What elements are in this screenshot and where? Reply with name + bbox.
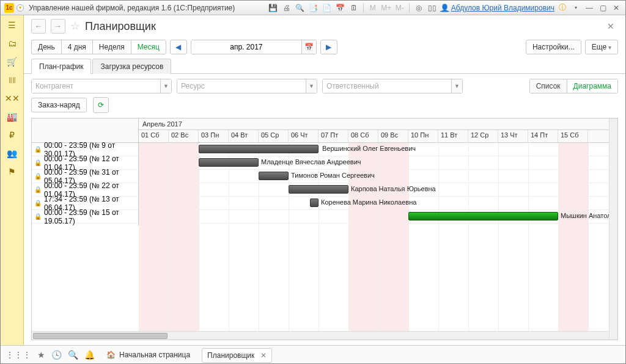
print-icon[interactable]: 🖨 bbox=[281, 2, 292, 13]
search-icon[interactable]: 🔍 bbox=[68, 350, 78, 360]
home-icon: 🏠 bbox=[106, 351, 116, 359]
menu-icon[interactable]: ☰ bbox=[6, 19, 18, 31]
gantt-day-header: 12 Ср bbox=[468, 130, 498, 142]
bell-icon[interactable]: 🔔 bbox=[84, 350, 95, 360]
target-icon[interactable]: ◎ bbox=[413, 2, 424, 13]
app-menu-dropdown[interactable]: ▾ bbox=[17, 4, 24, 12]
m-plus-icon[interactable]: M+ bbox=[381, 2, 392, 13]
preview-icon[interactable]: 🔍 bbox=[295, 2, 306, 13]
factory-icon[interactable]: 🏭 bbox=[6, 111, 18, 123]
gantt-bar[interactable] bbox=[199, 158, 259, 167]
app-logo-icon: 1c bbox=[4, 3, 14, 13]
lock-icon: 🔒 bbox=[34, 213, 42, 220]
taskbar-planner-tab[interactable]: Планировщик ✕ bbox=[202, 348, 272, 363]
gantt-bar-label: Младенце Вячеслав Андреевич bbox=[261, 158, 361, 166]
scrollbar-vertical[interactable] bbox=[609, 118, 617, 340]
period-field[interactable]: апр. 2017 📅 bbox=[191, 40, 317, 54]
people-icon[interactable]: 👥 bbox=[6, 147, 18, 159]
apps-icon[interactable]: ⋮⋮⋮ bbox=[6, 350, 31, 360]
view-toggle: Список Диаграмма bbox=[529, 79, 618, 93]
info-icon[interactable]: ⓘ bbox=[557, 2, 568, 13]
money-icon[interactable]: ₽ bbox=[6, 129, 18, 141]
nav-forward-button[interactable]: → bbox=[51, 19, 65, 34]
scrollbar-horizontal[interactable] bbox=[32, 331, 609, 340]
view-list-button[interactable]: Список bbox=[530, 79, 567, 93]
lock-icon: 🔒 bbox=[34, 200, 42, 206]
scrollbar-thumb[interactable] bbox=[33, 333, 168, 339]
gantt-bar[interactable] bbox=[408, 212, 558, 220]
responsible-combo[interactable]: ▼ bbox=[322, 79, 463, 93]
period-day-button[interactable]: День bbox=[31, 40, 61, 54]
dropdown-icon[interactable]: ▾ bbox=[570, 2, 581, 13]
calendar-icon[interactable]: 📅 bbox=[335, 2, 346, 13]
gantt-day-header: 07 Пт bbox=[319, 130, 348, 142]
close-window-icon[interactable]: ✕ bbox=[611, 2, 622, 13]
period-4days-button[interactable]: 4 дня bbox=[61, 40, 92, 54]
current-user[interactable]: 👤Абдулов Юрий Владимирович bbox=[440, 4, 554, 12]
period-group: День 4 дня Неделя Месяц bbox=[31, 40, 166, 54]
gantt-row[interactable]: 🔒00:00 - 23:59 (№ 15 от 19.05.17)Мышкин … bbox=[32, 210, 617, 224]
close-page-icon[interactable]: ✕ bbox=[603, 20, 618, 32]
counterparty-input[interactable] bbox=[32, 79, 160, 93]
calendar-picker-icon[interactable]: 📅 bbox=[301, 40, 316, 54]
flag-icon[interactable]: ⚑ bbox=[6, 166, 18, 178]
gantt-day-header: 11 Вт bbox=[438, 130, 468, 142]
taskbar-planner-label: Планировщик bbox=[207, 351, 254, 360]
tools-icon[interactable]: ✕✕ bbox=[6, 92, 18, 104]
calculator-icon[interactable]: 🗓 bbox=[348, 2, 359, 13]
tab-load[interactable]: Загрузка ресурсов bbox=[92, 59, 171, 74]
m-minus-icon[interactable]: M- bbox=[394, 2, 405, 13]
resource-input[interactable] bbox=[177, 79, 306, 93]
refresh-button[interactable]: ⟳ bbox=[93, 97, 109, 113]
nav-back-button[interactable]: ← bbox=[31, 19, 46, 34]
filter-row: ▼ ▼ ▼ Список Диаграмма bbox=[24, 74, 625, 97]
responsible-input[interactable] bbox=[323, 79, 451, 93]
maximize-icon[interactable]: ▢ bbox=[597, 2, 608, 13]
gantt-day-header: 15 Сб bbox=[558, 130, 588, 142]
panels-icon[interactable]: ▯▯ bbox=[427, 2, 438, 13]
gantt-bar[interactable] bbox=[310, 198, 319, 207]
save-icon[interactable]: 💾 bbox=[268, 2, 279, 13]
star-icon[interactable]: ★ bbox=[37, 350, 45, 360]
lock-icon: 🔒 bbox=[34, 173, 42, 180]
gantt-bar[interactable] bbox=[289, 185, 348, 194]
gantt-body[interactable]: 🔒00:00 - 23:59 (№ 9 от 30.01.17)Вершинск… bbox=[32, 143, 617, 333]
history-icon[interactable]: 🕓 bbox=[51, 350, 62, 360]
next-period-button[interactable]: ▶ bbox=[320, 40, 337, 54]
view-chart-button[interactable]: Диаграмма bbox=[567, 79, 617, 93]
prev-period-button[interactable]: ◀ bbox=[170, 40, 187, 54]
tab-plan[interactable]: План-график bbox=[31, 59, 91, 74]
period-month-button[interactable]: Месяц bbox=[131, 40, 166, 54]
order-button[interactable]: Заказ-наряд bbox=[31, 98, 87, 112]
counterparty-combo[interactable]: ▼ bbox=[31, 79, 172, 93]
taskbar-home[interactable]: 🏠 Начальная страница bbox=[101, 348, 196, 362]
copy-icon[interactable]: 📄 bbox=[322, 2, 333, 13]
sections-panel: ☰ 🗂 🛒 ⦀⦀ ✕✕ 🏭 ₽ 👥 ⚑ bbox=[1, 15, 24, 345]
contacts-icon[interactable]: 🗂 bbox=[6, 37, 18, 49]
m-icon[interactable]: M bbox=[367, 2, 378, 13]
chevron-down-icon[interactable]: ▼ bbox=[451, 79, 462, 93]
period-week-button[interactable]: Неделя bbox=[92, 40, 131, 54]
gantt-day-header: 01 Сб bbox=[139, 130, 169, 142]
gantt-bar-label: Карпова Наталья Юрьевна bbox=[351, 185, 436, 192]
chevron-down-icon[interactable]: ▼ bbox=[160, 79, 171, 93]
favorite-star-icon[interactable]: ☆ bbox=[70, 20, 80, 33]
period-value: апр. 2017 bbox=[191, 40, 301, 54]
action-row: Заказ-наряд ⟳ bbox=[24, 97, 625, 118]
gantt-row-label: 🔒00:00 - 23:59 (№ 15 от 19.05.17) bbox=[32, 208, 139, 225]
minimize-icon[interactable]: — bbox=[584, 2, 595, 13]
compare-icon[interactable]: 📑 bbox=[308, 2, 319, 13]
close-tab-icon[interactable]: ✕ bbox=[260, 351, 267, 360]
cart-icon[interactable]: 🛒 bbox=[6, 56, 18, 68]
settings-button[interactable]: Настройки... bbox=[526, 40, 581, 54]
gantt-bar[interactable] bbox=[259, 172, 289, 180]
chevron-down-icon[interactable]: ▼ bbox=[306, 79, 317, 93]
gantt-bar[interactable] bbox=[199, 145, 319, 153]
resource-combo[interactable]: ▼ bbox=[177, 79, 317, 93]
period-toolbar: День 4 дня Неделя Месяц ◀ апр. 2017 📅 ▶ … bbox=[24, 37, 625, 58]
page-header: ← → ☆ Планировщик ✕ bbox=[24, 15, 625, 37]
gantt-day-header: 13 Чт bbox=[498, 130, 528, 142]
barcode-icon[interactable]: ⦀⦀ bbox=[6, 74, 18, 86]
more-button[interactable]: Еще bbox=[585, 40, 618, 54]
gantt-day-header: 14 Пт bbox=[528, 130, 558, 142]
